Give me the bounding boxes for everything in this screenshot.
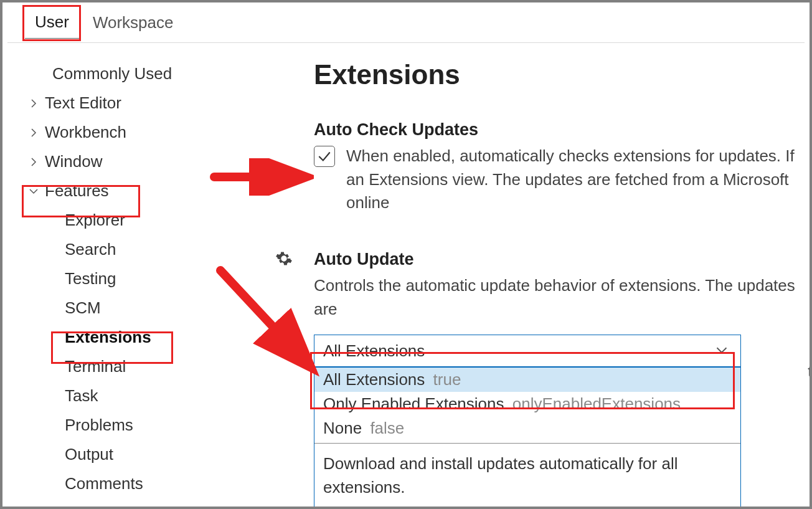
chevron-right-icon [27,156,40,168]
tree-item-search[interactable]: Search [27,235,252,264]
option-label: Only Enabled Extensions [323,394,504,413]
option-value: onlyEnabledExtensions [512,394,681,413]
tree-item-text-editor[interactable]: Text Editor [27,88,252,118]
settings-content: Extensions Auto Check Updates When enabl… [252,59,810,507]
tree-label: Text Editor [45,93,121,113]
chevron-down-icon [27,185,40,197]
tab-user[interactable]: User [25,9,79,39]
cutoff-heading: Confirmed Uri Handler Extension Ids [314,496,607,507]
option-only-enabled[interactable]: Only Enabled Extensions onlyEnabledExten… [314,392,740,416]
page-title: Extensions [314,59,810,90]
clipped-text: tomatically [808,362,810,381]
check-icon [316,148,333,164]
chevron-right-icon [27,126,40,139]
tree-item-output[interactable]: Output [27,440,252,469]
setting-auto-check-updates: Auto Check Updates When enabled, automat… [314,120,810,215]
option-label: None [323,419,362,437]
tree-label: Workbench [45,123,126,142]
tree-item-extensions[interactable]: Extensions [27,323,252,352]
tree-item-commonly-used[interactable]: Commonly Used [27,59,252,88]
checkbox-auto-check-updates[interactable] [314,146,335,167]
tab-workspace[interactable]: Workspace [83,9,184,39]
tree-item-workbench[interactable]: Workbench [27,118,252,147]
setting-title: Auto Update [314,250,810,269]
setting-auto-update: Auto Update Controls the automatic updat… [314,250,810,507]
tree-label: Features [45,181,109,201]
chevron-right-icon [27,97,40,110]
setting-title: Auto Check Updates [314,120,810,140]
option-value: false [370,419,404,437]
tree-item-testing[interactable]: Testing [27,264,252,293]
tree-item-comments[interactable]: Comments [27,469,252,498]
setting-description: Controls the automatic update behavior o… [314,274,810,321]
gear-icon[interactable] [275,250,294,269]
setting-description: When enabled, automatically checks exten… [346,145,810,215]
select-dropdown: All Extensions true Only Enabled Extensi… [314,367,741,507]
tree-item-features[interactable]: Features [27,176,252,206]
tree-item-terminal[interactable]: Terminal [27,352,252,381]
option-all-extensions[interactable]: All Extensions true [314,368,740,392]
select-auto-update[interactable]: All Extensions [314,335,741,367]
tree-item-problems[interactable]: Problems [27,411,252,440]
tree-item-scm[interactable]: SCM [27,293,252,323]
settings-scope-tabs: User Workspace [2,2,810,42]
select-value: All Extensions [323,341,425,361]
settings-tree: Commonly Used Text Editor Workbench Wind… [2,59,252,507]
option-value: true [433,370,461,389]
option-none[interactable]: None false [314,416,740,440]
tree-item-task[interactable]: Task [27,381,252,411]
tree-item-explorer[interactable]: Explorer [27,206,252,235]
option-label: All Extensions [323,370,425,389]
tree-item-window[interactable]: Window [27,147,252,176]
tree-label: Window [45,152,102,171]
chevron-down-icon [715,341,728,361]
